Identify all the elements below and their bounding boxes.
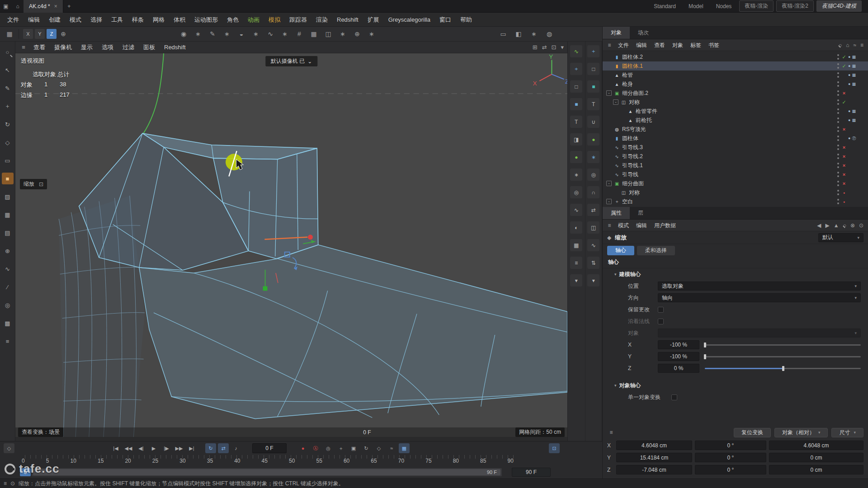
workplane-mode-icon[interactable]: ▦: [2, 209, 14, 221]
visibility-dots[interactable]: [836, 99, 840, 105]
visibility-dots[interactable]: [836, 171, 840, 178]
size-field[interactable]: 4.6048 cm: [769, 441, 863, 450]
layout-tab[interactable]: Nodes: [711, 2, 737, 11]
along-normals-checkbox[interactable]: [658, 319, 664, 324]
attribute-menu-item[interactable]: 编辑: [632, 220, 651, 231]
more2-icon[interactable]: ▾: [587, 274, 599, 286]
render-view-icon[interactable]: ▭: [497, 28, 509, 40]
text-spline-icon[interactable]: T: [570, 116, 582, 128]
set-keyframe-button[interactable]: ◇: [4, 443, 14, 453]
enable-state-icon[interactable]: ×: [840, 163, 848, 168]
enable-state-icon[interactable]: ●: [840, 200, 848, 203]
lathe-icon[interactable]: ◎: [570, 186, 582, 198]
enable-state-icon[interactable]: ×: [840, 181, 848, 186]
rotation-field[interactable]: 0 °: [695, 453, 766, 462]
layout-tab[interactable]: 夜猫-渲染2: [776, 0, 814, 12]
panel-menu-icon[interactable]: ≡: [860, 42, 863, 48]
object-menu-item[interactable]: 标签: [687, 39, 705, 51]
timeline-ruler[interactable]: 051015202530354045505560657075808590: [0, 455, 602, 467]
axis-lock-button[interactable]: Y: [35, 29, 45, 39]
next-frame-button[interactable]: |▶: [161, 443, 172, 453]
panel-tab[interactable]: 层: [630, 207, 651, 219]
viewport-menu-item[interactable]: 过滤: [118, 42, 139, 53]
single-transform-checkbox[interactable]: [671, 394, 677, 400]
timeline-panel-icon[interactable]: ⊡: [549, 443, 560, 453]
object-menu-item[interactable]: 查看: [651, 39, 669, 51]
spline-smooth-icon[interactable]: ∿: [587, 239, 599, 251]
tree-row[interactable]: ▲ 枪管 ●▦: [603, 70, 868, 80]
tree-row[interactable]: - ＋ 空白 ●: [603, 197, 868, 206]
object-menu-item[interactable]: 编辑: [632, 39, 651, 51]
new-tab-button[interactable]: +: [63, 0, 75, 13]
pen-tool-icon[interactable]: ✎: [2, 82, 14, 94]
object-name[interactable]: 前枪托: [636, 117, 652, 124]
tree-row[interactable]: ▮ 圆柱体.2 ✓ ●▦: [603, 52, 868, 61]
character-icon[interactable]: ◒: [236, 28, 247, 40]
axis-x-slider[interactable]: [705, 344, 861, 346]
record-button[interactable]: ●: [297, 443, 308, 453]
snap-icon[interactable]: #: [293, 28, 305, 40]
enable-state-icon[interactable]: ×: [840, 145, 848, 150]
object-tags[interactable]: ●▦: [848, 55, 864, 59]
rotation-field[interactable]: 0 °: [695, 441, 766, 450]
object-name[interactable]: 细分曲面.2: [622, 89, 648, 97]
object-tags[interactable]: ●▦: [848, 82, 864, 86]
menu-item[interactable]: 模式: [65, 13, 86, 27]
preset-dropdown[interactable]: 默认 ▾: [818, 233, 863, 242]
sweep-icon[interactable]: ∿: [570, 204, 582, 216]
play-button[interactable]: ▶: [148, 443, 159, 453]
object-tags[interactable]: ●▦: [848, 118, 864, 122]
menu-item[interactable]: 窗口: [435, 13, 456, 27]
viewport-layout-icon[interactable]: ⊞: [533, 44, 538, 51]
render-settings-icon[interactable]: ∗: [528, 28, 540, 40]
modeling-axis-group[interactable]: ▾ 建模轴心: [603, 268, 868, 280]
position-dropdown[interactable]: 选取对象 ▾: [658, 282, 861, 291]
keyframe-selection-button[interactable]: ◎: [323, 443, 334, 453]
orientation-dropdown[interactable]: 轴向 ▾: [658, 293, 861, 302]
subdivision-surface-icon[interactable]: ●: [570, 151, 582, 163]
visibility-dots[interactable]: [836, 81, 840, 87]
settings-icon[interactable]: ∗: [587, 151, 599, 163]
autokey-button[interactable]: Ⓐ: [310, 443, 321, 453]
sound-button[interactable]: ♪: [231, 443, 241, 453]
tweak-icon[interactable]: ＋: [570, 63, 582, 75]
up-icon[interactable]: ▲: [834, 222, 839, 229]
object-tags[interactable]: ●Ⓟ: [848, 136, 864, 141]
record-pla-button[interactable]: ≈: [386, 443, 397, 453]
axis-settings-icon[interactable]: ∗: [366, 28, 377, 40]
expand-toggle[interactable]: -: [606, 181, 612, 186]
live-selection-icon[interactable]: ◉: [178, 28, 189, 40]
object-name[interactable]: 引导线: [622, 171, 638, 178]
visibility-dots[interactable]: [836, 108, 840, 114]
more-icon[interactable]: ▾: [570, 274, 582, 286]
model-mode-icon[interactable]: ■: [2, 173, 14, 184]
list-mode-icon[interactable]: ≡: [2, 335, 14, 347]
array-icon[interactable]: ▦: [570, 239, 582, 251]
viewport-3d[interactable]: Y X Z 透视视图 默认摄像机 已 ⌄ 选取对象 总计 对象 1 38 边缘 …: [15, 53, 567, 437]
transfer-icon[interactable]: ⇅: [587, 257, 599, 269]
axis-x-input[interactable]: -100 %: [658, 340, 699, 349]
record-position-button[interactable]: ＋: [335, 443, 346, 453]
expand-toggle[interactable]: -: [606, 199, 612, 204]
text-tool-icon[interactable]: T: [587, 98, 599, 110]
menu-item[interactable]: 编辑: [24, 13, 44, 27]
coord-burger-icon[interactable]: ≡: [607, 429, 615, 436]
attribute-menu-item[interactable]: 用户数据: [651, 220, 679, 231]
position-field[interactable]: -7.048 cm: [616, 465, 692, 474]
slider-knob[interactable]: [782, 366, 784, 371]
pingpong-mode-button[interactable]: ⇄: [218, 443, 229, 453]
menu-item[interactable]: 运动图形: [190, 13, 222, 27]
axis-y-input[interactable]: -100 %: [658, 352, 699, 361]
simulate-settings-icon[interactable]: ∗: [279, 28, 291, 40]
search-icon[interactable]: ○: [839, 42, 842, 48]
coord-mode-dropdown[interactable]: 对象（相对） ▾: [774, 428, 828, 437]
object-name[interactable]: 枪管零件: [636, 108, 657, 115]
object-link-field[interactable]: ▾: [658, 328, 861, 338]
viewport-menu-item[interactable]: 选项: [97, 42, 118, 53]
viewport-burger-icon[interactable]: ≡: [19, 44, 28, 51]
tree-row[interactable]: ∿ 引导线.2 ×: [603, 152, 868, 161]
status-target-icon[interactable]: ⊙: [10, 480, 15, 487]
back-icon[interactable]: ◀: [817, 222, 821, 229]
enable-state-icon[interactable]: ●: [840, 191, 848, 194]
viewport-menu-item[interactable]: 查看: [29, 42, 50, 53]
